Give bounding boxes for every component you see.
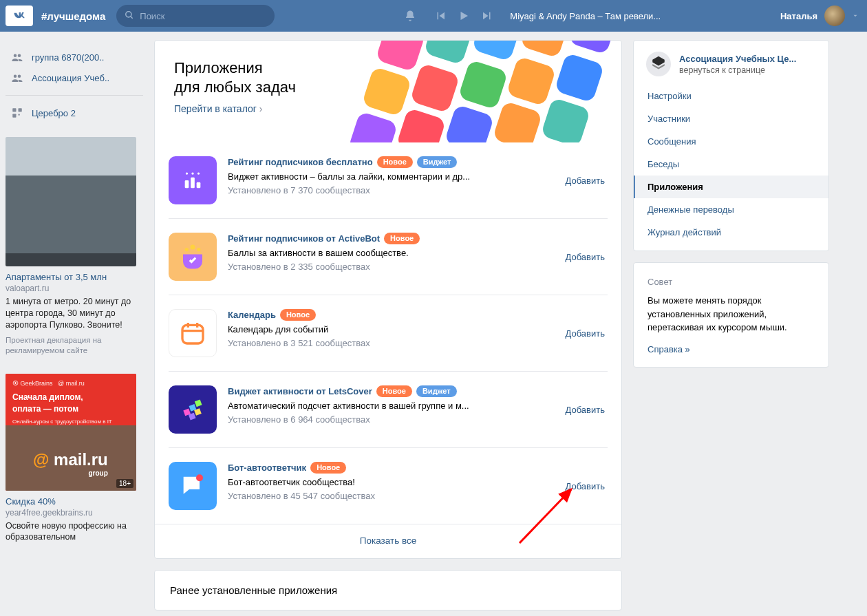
sidebar-item-label: Церебро 2 <box>32 108 76 118</box>
ad-disclaimer: Проектная декларация на рекламируемом са… <box>6 335 143 356</box>
add-button[interactable]: Добавить <box>563 481 608 491</box>
chevron-down-icon <box>852 11 859 21</box>
banner-art <box>360 41 621 142</box>
group-name-link[interactable]: Ассоциация Учебных Це... <box>679 54 796 64</box>
app-meta: Установлено в 3 521 сообществах <box>228 338 552 348</box>
svg-point-3 <box>14 75 17 78</box>
menu-item[interactable]: Беседы <box>634 153 828 176</box>
add-button[interactable]: Добавить <box>563 252 608 262</box>
tip-text: Вы можете менять порядок установленных п… <box>647 294 815 334</box>
sidebar-item[interactable]: Церебро 2 <box>6 103 143 123</box>
app-desc: Бот-автоответчик сообщества! <box>228 477 537 487</box>
user-name: Наталья <box>780 11 817 21</box>
app-row: Рейтинг подписчиков от ActiveBotНовоеБал… <box>169 219 608 295</box>
app-icon[interactable] <box>169 156 217 204</box>
svg-rect-5 <box>12 108 16 111</box>
previously-installed-heading: Ранее установленные приложения <box>155 571 621 610</box>
app-icon[interactable] <box>169 385 217 434</box>
menu-item[interactable]: Настройки <box>634 85 828 107</box>
music-next-icon[interactable] <box>480 8 495 23</box>
svg-point-2 <box>18 54 21 58</box>
ad-image[interactable] <box>6 137 136 266</box>
app-row: Рейтинг подписчиков бесплатноНовоеВиджет… <box>169 142 608 219</box>
app-row: Виджет активности от LetsCoverНовоеВидже… <box>169 372 608 448</box>
ad-domain: year4free.geekbrains.ru <box>6 508 143 518</box>
app-title-link[interactable]: Рейтинг подписчиков бесплатно <box>228 157 373 167</box>
add-button[interactable]: Добавить <box>563 405 608 415</box>
svg-rect-12 <box>185 180 189 188</box>
svg-point-0 <box>126 11 131 17</box>
svg-rect-13 <box>191 178 195 189</box>
avatar <box>824 6 845 26</box>
menu-item[interactable]: Денежные переводы <box>634 198 828 221</box>
show-all-button[interactable]: Показать все <box>155 524 621 558</box>
app-title-link[interactable]: Бот-автоответчик <box>228 463 306 473</box>
badge-new: Новое <box>280 309 316 321</box>
app-title-link[interactable]: Виджет активности от LetsCover <box>228 386 372 396</box>
notifications-icon[interactable] <box>403 8 418 23</box>
app-desc: Баллы за активности в вашем сообществе. <box>228 248 537 258</box>
search-box[interactable] <box>116 5 275 27</box>
app-row: Бот-автоответчикНовоеБот-автоответчик со… <box>169 448 608 524</box>
hashtag-link[interactable]: #лучшедома <box>41 10 105 22</box>
app-desc: Виджет активности – баллы за лайки, комм… <box>228 171 537 182</box>
back-to-page-link[interactable]: вернуться к странице <box>679 65 796 75</box>
badge-new: Новое <box>376 385 412 397</box>
svg-point-11 <box>197 172 200 174</box>
catalog-link[interactable]: Перейти в каталог <box>174 103 262 114</box>
group-icon <box>11 72 25 84</box>
svg-point-24 <box>196 474 203 481</box>
group-icon <box>11 51 25 63</box>
app-meta: Установлено в 6 964 сообществах <box>228 414 552 425</box>
svg-rect-14 <box>197 182 201 189</box>
svg-point-17 <box>197 248 200 251</box>
menu-item[interactable]: Журнал действий <box>634 221 828 244</box>
svg-point-9 <box>186 172 188 174</box>
group-icon <box>11 107 25 119</box>
app-meta: Установлено в 2 335 сообществах <box>228 262 552 272</box>
ad-title[interactable]: Скидка 40% <box>6 496 143 507</box>
sidebar-item[interactable]: Ассоциация Учеб.. <box>6 67 143 88</box>
ad-domain: valoapart.ru <box>6 284 143 293</box>
menu-item[interactable]: Участники <box>634 107 828 130</box>
add-button[interactable]: Добавить <box>563 176 608 186</box>
music-prev-icon[interactable] <box>433 8 448 23</box>
svg-point-16 <box>191 245 195 250</box>
music-play-icon[interactable] <box>456 8 471 23</box>
group-avatar[interactable] <box>646 52 671 76</box>
menu-item[interactable]: Приложения <box>634 176 828 198</box>
sidebar-item[interactable]: группа 6870(200.. <box>6 47 143 67</box>
music-title[interactable]: Miyagi & Andy Panda – Там ревели... <box>510 11 661 21</box>
svg-rect-7 <box>12 114 16 118</box>
svg-rect-21 <box>195 399 202 407</box>
svg-point-1 <box>14 54 17 58</box>
badge-new: Новое <box>310 462 346 474</box>
app-desc: Автоматический подсчет активности в ваше… <box>228 401 537 411</box>
app-meta: Установлено в 7 370 сообществах <box>228 185 552 195</box>
add-button[interactable]: Добавить <box>563 328 608 339</box>
ad-text: Освойте новую профессию на образовательн… <box>6 520 143 544</box>
badge-widget: Виджет <box>417 156 458 168</box>
vk-logo-icon[interactable] <box>6 6 33 26</box>
ad-title[interactable]: Апартаменты от 3,5 млн <box>6 272 143 282</box>
badge-widget: Виджет <box>416 385 457 397</box>
app-icon[interactable] <box>169 233 217 281</box>
app-meta: Установлено в 45 547 сообществах <box>228 491 552 501</box>
app-icon[interactable] <box>169 462 217 510</box>
user-menu[interactable]: Наталья <box>780 6 859 26</box>
ad-image[interactable]: ⦿ GeekBrains @ mail.ru Сначала диплом, о… <box>6 374 136 491</box>
svg-rect-8 <box>19 114 20 116</box>
search-input[interactable] <box>140 11 266 21</box>
svg-rect-18 <box>182 325 203 343</box>
app-title-link[interactable]: Календарь <box>228 310 276 320</box>
ad-text: 1 минута от метро. 20 минут до центра го… <box>6 296 143 331</box>
search-icon <box>125 10 134 22</box>
app-title-link[interactable]: Рейтинг подписчиков от ActiveBot <box>228 233 380 244</box>
sidebar-item-label: Ассоциация Учеб.. <box>32 73 109 83</box>
tip-help-link[interactable]: Справка » <box>647 344 690 354</box>
menu-item[interactable]: Сообщения <box>634 130 828 153</box>
svg-point-15 <box>185 248 189 251</box>
sidebar-item-label: группа 6870(200.. <box>32 52 104 63</box>
app-row: КалендарьНовоеКалендарь для событийУстан… <box>169 295 608 372</box>
app-icon[interactable] <box>169 309 217 357</box>
